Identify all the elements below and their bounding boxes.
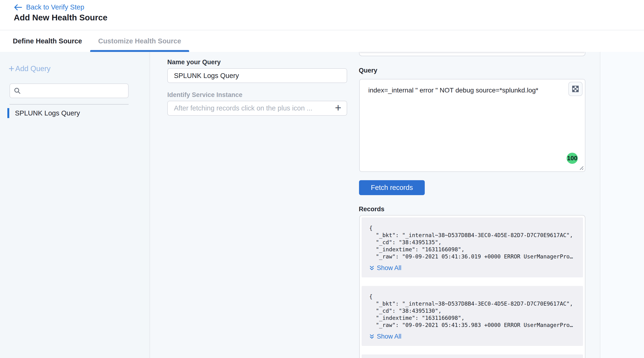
query-sidebar: + Add Query SPLUNK Logs Query: [0, 52, 150, 358]
back-link[interactable]: Back to Verify Step: [14, 3, 84, 11]
app-root: Back to Verify Step Add New Health Sourc…: [0, 0, 644, 358]
query-search-box[interactable]: [10, 83, 128, 98]
double-chevron-down-icon: [369, 334, 374, 340]
records-label: Records: [359, 206, 384, 213]
page-title: Add New Health Source: [14, 13, 108, 22]
resize-handle-icon[interactable]: [577, 164, 584, 171]
fetch-records-button[interactable]: Fetch records: [359, 180, 425, 195]
search-icon: [14, 87, 21, 94]
service-instance-input[interactable]: [168, 101, 330, 115]
double-chevron-down-icon: [369, 265, 374, 271]
plus-icon[interactable]: +: [330, 102, 347, 114]
right-gutter: [600, 52, 644, 358]
add-query-button[interactable]: + Add Query: [8, 64, 50, 74]
query-search-input[interactable]: [24, 87, 124, 95]
query-detail-column: Query index=_internal " error " NOT debu…: [352, 52, 600, 358]
show-all-label: Show All: [377, 264, 402, 272]
tab-define-health-source[interactable]: Define Health Source: [5, 30, 90, 52]
content-area: + Add Query SPLUNK Logs Query Name your …: [0, 52, 644, 358]
page-header: Back to Verify Step Add New Health Sourc…: [0, 0, 644, 30]
query-name-input[interactable]: [167, 68, 347, 83]
service-instance-label: Identify Service Instance: [167, 91, 242, 99]
plus-icon: +: [8, 64, 14, 74]
expand-icon: [572, 85, 579, 93]
query-editor: index=_internal " error " NOT debug sour…: [359, 79, 586, 172]
records-container: { "_bkt": "_internal~38~D537D8B4-3EC0-4D…: [359, 215, 586, 358]
record-card: [362, 355, 583, 358]
tab-customize-health-source[interactable]: Customize Health Source: [90, 30, 189, 52]
clipped-input-above[interactable]: [359, 52, 586, 56]
record-card: { "_bkt": "_internal~38~D537D8B4-3EC0-4D…: [362, 286, 583, 346]
query-item-label: SPLUNK Logs Query: [15, 109, 80, 117]
expand-button[interactable]: [568, 82, 582, 96]
query-list-item-splunk-logs-query[interactable]: SPLUNK Logs Query: [7, 108, 80, 118]
show-all-link[interactable]: Show All: [369, 333, 576, 340]
name-query-label: Name your Query: [167, 58, 221, 66]
service-instance-field: +: [167, 101, 347, 116]
show-all-link[interactable]: Show All: [369, 264, 576, 272]
back-link-label: Back to Verify Step: [26, 3, 84, 11]
selected-indicator-bar: [7, 108, 9, 118]
tab-bar: Define Health Source Customize Health So…: [0, 30, 644, 52]
query-form-column: Name your Query Identify Service Instanc…: [150, 52, 352, 358]
arrow-left-icon: [14, 4, 22, 11]
show-all-label: Show All: [377, 333, 402, 340]
record-json: { "_bkt": "_internal~38~D537D8B4-3EC0-4D…: [369, 293, 576, 329]
add-query-label: Add Query: [16, 64, 50, 73]
sidebar-divider: [10, 104, 128, 105]
query-label: Query: [359, 67, 377, 74]
record-count-badge: 100: [567, 153, 578, 164]
record-json: { "_bkt": "_internal~38~D537D8B4-3EC0-4D…: [369, 225, 576, 260]
query-text[interactable]: index=_internal " error " NOT debug sour…: [368, 86, 559, 95]
record-card: { "_bkt": "_internal~38~D537D8B4-3EC0-4D…: [362, 217, 583, 277]
